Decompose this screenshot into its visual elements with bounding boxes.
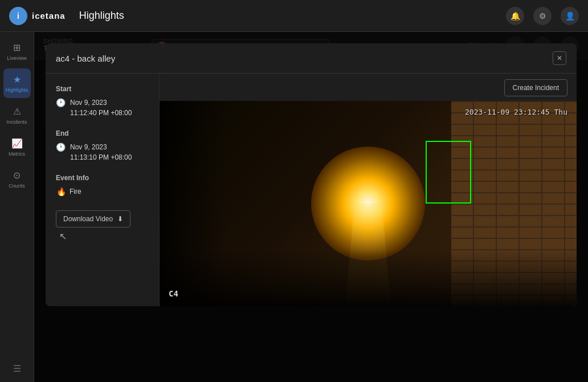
cursor-indicator: ↖ bbox=[59, 231, 149, 242]
modal-video-panel: Create Incident bbox=[160, 74, 577, 306]
modal-header: ac4 - back alley ✕ bbox=[46, 43, 577, 74]
metrics-icon: 📈 bbox=[11, 138, 23, 149]
logo-name: icetana bbox=[32, 11, 66, 21]
end-clock-icon: 🕐 bbox=[56, 143, 66, 152]
sidebar-item-incidents[interactable]: ⚠ Incidents bbox=[3, 100, 31, 130]
menu-icon: ☰ bbox=[13, 363, 21, 374]
settings-button[interactable]: ⚙ bbox=[533, 7, 552, 25]
start-date: Nov 9, 2023 bbox=[70, 97, 132, 108]
end-datetime: Nov 9, 2023 11:13:10 PM +08:00 bbox=[70, 142, 132, 162]
end-time: 11:13:10 PM +08:00 bbox=[70, 152, 132, 162]
modal-close-button[interactable]: ✕ bbox=[553, 51, 566, 65]
end-label: End bbox=[56, 129, 149, 137]
modal-title: ac4 - back alley bbox=[56, 54, 115, 63]
highlights-icon: ★ bbox=[13, 74, 21, 85]
sidebar-item-liveview[interactable]: ⊞ Liveview bbox=[3, 36, 31, 66]
video-player[interactable]: 2023-11-09 23:12:45 Thu C4 bbox=[160, 101, 577, 306]
modal-overlay: ac4 - back alley ✕ Start 🕐 bbox=[34, 32, 588, 382]
liveview-icon: ⊞ bbox=[13, 42, 21, 53]
end-info-row: 🕐 Nov 9, 2023 11:13:10 PM +08:00 bbox=[56, 142, 149, 162]
sidebar-item-metrics[interactable]: 📈 Metrics bbox=[3, 132, 31, 162]
video-background: 2023-11-09 23:12:45 Thu C4 bbox=[160, 101, 577, 306]
sidebar: ⊞ Liveview ★ Highlights ⚠ Incidents 📈 Me… bbox=[0, 32, 34, 382]
content-area: SHOWING Thursday, 09 Nov 2023 11:12am 📅 … bbox=[34, 32, 588, 382]
start-clock-icon: 🕐 bbox=[56, 98, 66, 107]
notifications-button[interactable]: 🔔 bbox=[506, 7, 524, 25]
fire-icon: 🔥 bbox=[56, 186, 66, 197]
sidebar-item-highlights[interactable]: ★ Highlights bbox=[3, 68, 31, 98]
counts-icon: ⊙ bbox=[13, 170, 21, 181]
topbar-actions: 🔔 ⚙ 👤 bbox=[506, 7, 579, 25]
app-logo: i icetana bbox=[9, 7, 66, 25]
page-title: Highlights bbox=[79, 10, 506, 22]
sidebar-item-liveview-label: Liveview bbox=[7, 55, 27, 61]
create-incident-label: Create Incident bbox=[513, 84, 559, 92]
settings-icon: ⚙ bbox=[539, 11, 546, 21]
start-datetime: Nov 9, 2023 11:12:40 PM +08:00 bbox=[70, 97, 132, 118]
start-section: Start 🕐 Nov 9, 2023 11:12:40 PM +08:00 bbox=[56, 85, 149, 118]
end-date: Nov 9, 2023 bbox=[70, 142, 132, 152]
start-time: 11:12:40 PM +08:00 bbox=[70, 108, 132, 118]
start-label: Start bbox=[56, 85, 149, 93]
event-info-label: Event Info bbox=[56, 174, 149, 182]
sidebar-menu-toggle[interactable]: ☰ bbox=[3, 359, 31, 377]
download-label: Download Video bbox=[63, 215, 113, 223]
event-tag-label: Fire bbox=[70, 188, 81, 196]
main-layout: ⊞ Liveview ★ Highlights ⚠ Incidents 📈 Me… bbox=[0, 32, 588, 382]
incidents-icon: ⚠ bbox=[13, 106, 21, 117]
sidebar-item-counts-label: Counts bbox=[9, 183, 25, 189]
event-info-section: Event Info 🔥 Fire bbox=[56, 174, 149, 197]
highlight-detail-modal: ac4 - back alley ✕ Start 🕐 bbox=[46, 43, 577, 306]
sidebar-item-highlights-label: Highlights bbox=[6, 87, 28, 93]
event-tag-row: 🔥 Fire bbox=[56, 186, 149, 197]
sidebar-item-counts[interactable]: ⊙ Counts bbox=[3, 164, 31, 194]
camera-label: C4 bbox=[169, 289, 178, 298]
download-icon: ⬇ bbox=[117, 215, 123, 223]
start-info-row: 🕐 Nov 9, 2023 11:12:40 PM +08:00 bbox=[56, 97, 149, 118]
detection-box bbox=[426, 141, 471, 204]
notifications-icon: 🔔 bbox=[511, 11, 520, 21]
logo-icon: i bbox=[9, 7, 27, 25]
end-section: End 🕐 Nov 9, 2023 11:13:10 PM +08:00 bbox=[56, 129, 149, 162]
modal-info-panel: Start 🕐 Nov 9, 2023 11:12:40 PM +08:00 bbox=[46, 74, 160, 306]
download-video-button[interactable]: Download Video ⬇ bbox=[56, 210, 130, 227]
modal-body: Start 🕐 Nov 9, 2023 11:12:40 PM +08:00 bbox=[46, 74, 577, 306]
topbar: i icetana Highlights 🔔 ⚙ 👤 bbox=[0, 0, 588, 32]
user-icon: 👤 bbox=[565, 11, 575, 21]
video-timestamp: 2023-11-09 23:12:45 Thu bbox=[465, 108, 567, 116]
user-button[interactable]: 👤 bbox=[561, 7, 579, 25]
sidebar-item-metrics-label: Metrics bbox=[9, 151, 25, 157]
close-icon: ✕ bbox=[557, 54, 562, 62]
create-incident-button[interactable]: Create Incident bbox=[504, 79, 567, 96]
sidebar-item-incidents-label: Incidents bbox=[6, 119, 27, 125]
